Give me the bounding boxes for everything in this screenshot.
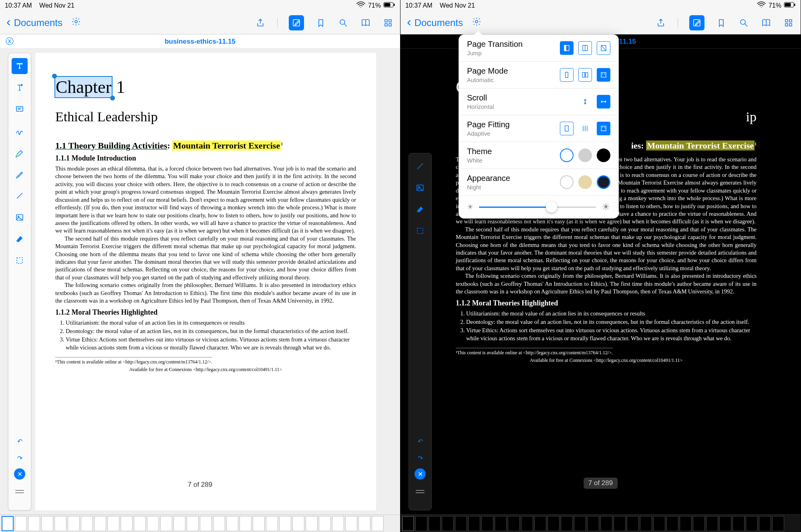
back-documents-button[interactable]: Documents <box>415 17 463 28</box>
annotate-button[interactable] <box>289 15 304 30</box>
back-documents-button[interactable]: Documents <box>14 17 62 28</box>
settings-gear-icon[interactable] <box>71 17 81 29</box>
thumbnail[interactable] <box>495 516 507 531</box>
thumbnail[interactable] <box>680 516 692 531</box>
fit-page-button[interactable] <box>560 122 574 135</box>
thumbnail-strip[interactable] <box>0 514 400 532</box>
thumbnail[interactable] <box>200 516 212 531</box>
eraser-tool[interactable] <box>412 201 428 217</box>
thumbnail[interactable] <box>68 516 80 531</box>
image-tool[interactable] <box>12 209 28 225</box>
appearance-sepia-button[interactable] <box>578 175 592 189</box>
thumbnail[interactable] <box>107 516 119 531</box>
thumbnail[interactable] <box>455 516 467 531</box>
mode-auto-button[interactable] <box>597 68 610 82</box>
thumbnail[interactable] <box>508 516 520 531</box>
drag-handle-icon[interactable] <box>12 484 28 500</box>
thumbnail[interactable] <box>187 516 199 531</box>
thumbnail[interactable] <box>600 516 612 531</box>
thumbnails-icon[interactable] <box>382 17 394 28</box>
thumbnail[interactable] <box>173 516 185 531</box>
thumbnail[interactable] <box>15 516 27 531</box>
thumbnail[interactable] <box>402 516 414 531</box>
undo-icon[interactable]: ↶ <box>12 435 28 448</box>
thumbnail[interactable] <box>627 516 639 531</box>
thumbnail[interactable] <box>319 516 331 531</box>
bookmark-icon[interactable] <box>716 17 727 28</box>
undo-icon[interactable]: ↶ <box>412 435 428 448</box>
thumbnail[interactable] <box>521 516 533 531</box>
thumbnail[interactable] <box>147 516 159 531</box>
thumbnail[interactable] <box>574 516 586 531</box>
eraser-tool[interactable] <box>12 231 28 247</box>
thumbnail[interactable] <box>121 516 133 531</box>
thumbnail-strip[interactable] <box>400 514 801 532</box>
settings-gear-icon[interactable] <box>472 17 481 29</box>
mode-double-button[interactable] <box>578 68 592 82</box>
thumbnail[interactable] <box>54 516 66 531</box>
thumbnail[interactable] <box>759 516 771 531</box>
thumbnail[interactable] <box>266 516 278 531</box>
thumbnail[interactable] <box>442 516 454 531</box>
scroll-vertical-button[interactable] <box>578 95 592 108</box>
thumbnail[interactable] <box>415 516 427 531</box>
scroll-horizontal-button[interactable] <box>597 95 610 108</box>
signature-tool[interactable] <box>12 123 28 139</box>
text-tool[interactable] <box>12 80 28 96</box>
close-toolbar-button[interactable]: ✕ <box>415 468 426 480</box>
redo-icon[interactable]: ↷ <box>12 452 28 464</box>
mode-single-button[interactable] <box>560 68 574 82</box>
thumbnail[interactable] <box>547 516 559 531</box>
thumbnail[interactable] <box>306 516 318 531</box>
bookmark-icon[interactable] <box>315 17 326 28</box>
text-select-tool[interactable] <box>12 58 28 74</box>
transition-scroll-button[interactable] <box>597 41 610 55</box>
thumbnail[interactable] <box>292 516 304 531</box>
outline-icon[interactable] <box>761 17 772 28</box>
thumbnail[interactable] <box>719 516 731 531</box>
thumbnail[interactable] <box>772 516 784 531</box>
thumbnail[interactable] <box>226 516 238 531</box>
pen-tool[interactable] <box>12 166 28 182</box>
thumbnail[interactable] <box>160 516 172 531</box>
theme-gray-button[interactable] <box>578 149 592 162</box>
share-icon[interactable] <box>655 17 666 28</box>
document-title[interactable]: business-ethics-11.15 <box>165 38 235 46</box>
thumbnail[interactable] <box>429 516 441 531</box>
annotate-button[interactable] <box>689 15 704 30</box>
page-canvas[interactable]: Chapter 1 Ethical Leadership 1.1 Theory … <box>35 53 376 510</box>
thumbnails-icon[interactable] <box>783 17 794 28</box>
brightness-slider[interactable] <box>479 207 596 208</box>
selection-handle-start[interactable] <box>52 74 57 78</box>
thumbnail[interactable] <box>733 516 745 531</box>
thumbnail[interactable] <box>279 516 291 531</box>
fit-adaptive-button[interactable] <box>597 122 610 135</box>
line-tool[interactable] <box>412 158 428 174</box>
thumbnail[interactable] <box>746 516 758 531</box>
thumbnail[interactable] <box>81 516 93 531</box>
image-tool[interactable] <box>412 180 428 196</box>
theme-black-button[interactable] <box>597 149 610 162</box>
search-icon[interactable] <box>338 17 349 28</box>
highlighter-tool[interactable] <box>12 145 28 161</box>
thumbnail[interactable] <box>134 516 146 531</box>
selection-rect-tool[interactable] <box>412 223 428 239</box>
thumbnail[interactable] <box>706 516 718 531</box>
thumbnail[interactable] <box>239 516 252 531</box>
redo-icon[interactable]: ↷ <box>412 452 428 464</box>
thumbnail[interactable] <box>481 516 493 531</box>
search-icon[interactable] <box>738 17 749 28</box>
selection-handle-end[interactable] <box>110 96 115 100</box>
thumbnail[interactable] <box>372 516 384 531</box>
outline-icon[interactable] <box>360 17 371 28</box>
thumbnail[interactable] <box>614 516 626 531</box>
thumbnail[interactable] <box>587 516 599 531</box>
theme-white-button[interactable] <box>560 149 574 162</box>
back-chevron-icon[interactable]: ‹ <box>6 14 11 29</box>
thumbnail[interactable] <box>41 516 53 531</box>
thumbnail[interactable] <box>345 516 357 531</box>
line-tool[interactable] <box>12 188 28 204</box>
selected-text[interactable]: Chapter <box>55 77 112 97</box>
appearance-default-button[interactable] <box>560 175 574 189</box>
thumbnail[interactable] <box>693 516 705 531</box>
